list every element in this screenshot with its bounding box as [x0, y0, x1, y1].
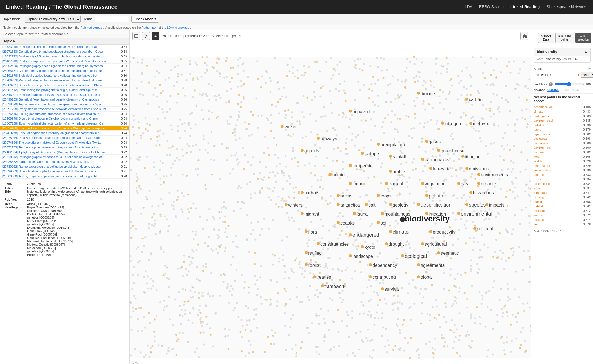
svg-point-1268 [160, 160, 162, 162]
subtext-link3[interactable]: LDAvis package [167, 26, 189, 29]
svg-point-1883 [528, 222, 530, 224]
nearest-item[interactable]: fauna0.579 [534, 127, 591, 132]
doc-row[interactable]: [22498103] Genetic differentiation and g… [0, 97, 129, 102]
nearest-item[interactable]: environment0.600 [534, 145, 591, 150]
doc-row[interactable]: [22081412] Establishing the phylogenetic… [0, 88, 129, 92]
doc-row[interactable]: [22730022] Range expansion of a selfing … [0, 164, 129, 169]
doc-row[interactable]: [25072783] Temperate pine barrens and tr… [0, 145, 129, 150]
nearest-item[interactable]: kyoto0.637 [534, 186, 591, 190]
svg-point-1439 [248, 287, 250, 288]
euclidean-option[interactable]: EUCLIDEAN [561, 88, 579, 92]
svg-point-784 [285, 129, 287, 131]
nearest-item[interactable]: ozone0.634 [534, 177, 591, 181]
doc-row[interactable]: [18206283] Reduced nitrogen has a greate… [0, 78, 129, 83]
doc-row[interactable]: [26467618] Phylogeography of Phytophagou… [0, 59, 129, 64]
svg-point-2067 [285, 203, 288, 206]
doc-row[interactable]: [24028582] Large-scale pattern of geneti… [0, 159, 129, 164]
nearest-item[interactable]: protocol0.672 [534, 208, 591, 213]
search-by-select[interactable]: word [581, 72, 593, 78]
doc-title: [22498103] Genetic differentiation and g… [2, 98, 116, 101]
term-input[interactable] [95, 16, 128, 22]
doc-row[interactable]: [23478944] Post-Boreotropical dispersals… [0, 136, 129, 140]
neighbors-help[interactable]: ? [549, 82, 553, 86]
svg-point-1347 [399, 329, 401, 331]
nav-eebo[interactable]: EEBO Search [479, 5, 504, 9]
svg-point-144 [170, 69, 172, 71]
svg-point-1271 [154, 87, 156, 89]
doc-row[interactable]: [24065181] Contemporary pollen-mediated … [0, 68, 129, 73]
nearest-item[interactable]: greenhouse0.634 [534, 181, 591, 186]
doc-row[interactable]: [20397228] Prenylated benzophenone perox… [0, 107, 129, 112]
subtext-link1[interactable]: Pubmed corpus [80, 26, 102, 29]
nearest-item[interactable]: climate0.483 [534, 109, 591, 114]
doc-row[interactable]: [23071663] Genetic diversity and populat… [0, 49, 129, 54]
nearest-item[interactable]: wildlife0.620 [534, 159, 591, 163]
text-icon-btn[interactable]: A [152, 32, 159, 40]
svg-point-1094 [240, 319, 242, 321]
doc-row[interactable]: [27886271] Speciation and genetic divers… [0, 83, 129, 88]
nearest-item[interactable]: humid0.656 [534, 199, 591, 204]
svg-point-25 [324, 322, 326, 324]
nearest-item[interactable]: endangered0.503 [534, 114, 591, 118]
doc-row[interactable]: [23962409] Phylogeography sheds light on… [0, 64, 129, 68]
nearest-item[interactable]: habitat0.661 [534, 204, 591, 208]
nearest-item[interactable]: desertification0.406 [534, 105, 591, 109]
check-models-btn[interactable]: Check Models [131, 16, 159, 23]
svg-point-176 [432, 357, 434, 359]
nav-lda[interactable]: LDA [465, 5, 472, 9]
search-input[interactable] [534, 72, 576, 77]
doc-row[interactable]: [19723248] Phylogenetic origin of Phyllo… [0, 45, 129, 49]
svg-point-225 [482, 118, 484, 120]
nearest-item[interactable]: pollution0.538 [534, 123, 591, 127]
svg-point-1699 [470, 315, 472, 317]
nearest-item[interactable]: organic0.674 [534, 217, 591, 222]
nav-linked-reading[interactable]: Linked Reading [510, 5, 540, 9]
doc-row[interactable]: [17191876] Biologically active ibogan an… [0, 73, 129, 78]
nearest-item[interactable]: agreements0.582 [534, 132, 591, 136]
doc-row[interactable]: [16876446] Linking patterns and processe… [0, 112, 129, 116]
svg-point-948 [336, 134, 338, 136]
move-icon-btn[interactable] [132, 32, 140, 40]
nearest-item[interactable]: hazardous0.600 [534, 141, 591, 145]
nearest-item[interactable]: ecological0.598 [534, 136, 591, 141]
doc-row[interactable]: [17509846] Diversity of viruses in Cryph… [0, 116, 129, 121]
nearest-item[interactable]: soil0.678 [534, 222, 591, 227]
nav-shakespeare[interactable]: Shakespeare Networks [547, 5, 587, 9]
nearest-item[interactable]: temperate0.641 [534, 190, 591, 195]
doc-row[interactable]: [17638329] Topoisomerase-II-inhibitory p… [0, 102, 129, 107]
subtext-link2[interactable]: Python port [142, 26, 157, 29]
home-btn[interactable] [520, 32, 528, 40]
nearest-item[interactable]: erosion0.602 [534, 150, 591, 154]
svg-point-1825 [277, 81, 279, 83]
doc-row[interactable]: [18807258] Ectomycorrhizal characterizat… [0, 121, 129, 126]
doc-row[interactable]: [22182994] A phylogeny of Delphinieae (R… [0, 150, 129, 155]
doc-row[interactable]: [20854476] Forest refugia revisited: nSS… [0, 126, 129, 131]
doc-row[interactable]: [16622792] Biodiversity of Streptomyces … [0, 54, 129, 59]
show-all-btn[interactable]: Show AllData [538, 33, 554, 43]
doc-row[interactable]: [23469278] Effect of degradation intensi… [0, 131, 129, 136]
svg-point-1428 [284, 265, 286, 267]
nearest-item[interactable]: antarctic0.633 [534, 172, 591, 177]
svg-point-1615 [514, 123, 516, 125]
doc-row[interactable]: [23560070] Tertiary origin and pleistoce… [0, 174, 129, 179]
doc-row[interactable]: [27974324] The evolutionary history of E… [0, 140, 129, 145]
svg-point-63 [276, 305, 278, 307]
isolate-btn[interactable]: Isolate 101points [555, 33, 574, 43]
detail-pmid-value: 20854478 [26, 181, 126, 186]
doc-row[interactable]: [22546007] Phylogeographic analysis reve… [0, 92, 129, 97]
doc-row[interactable]: [23629053] Diversification of plant spec… [0, 169, 129, 174]
nearest-item[interactable]: conservation0.630 [534, 168, 591, 172]
scatter-container[interactable]: unpaveddioxidecarbontankernitrogenmethan… [130, 43, 531, 364]
cosine-option[interactable]: COSINE [547, 88, 559, 92]
nearest-item[interactable]: flora0.605 [534, 154, 591, 159]
nearest-item[interactable]: ecology0.642 [534, 195, 591, 199]
clear-selection-btn[interactable]: Clearselection [575, 33, 591, 43]
select-icon-btn[interactable] [142, 32, 150, 40]
nearest-item[interactable]: deforestation0.629 [534, 163, 591, 168]
topic-model-select[interactable]: +plant +biodiversity-bow [50t,1 [25, 16, 81, 23]
neighbors-slider[interactable] [554, 82, 584, 86]
nearest-item[interactable]: warming0.672 [534, 213, 591, 217]
doc-row[interactable]: [23418542] Phylogeographic evidence for … [0, 155, 129, 159]
nearest-item[interactable]: environmental0.535 [534, 118, 591, 123]
word-card-collapse[interactable]: ▲ [584, 50, 588, 54]
